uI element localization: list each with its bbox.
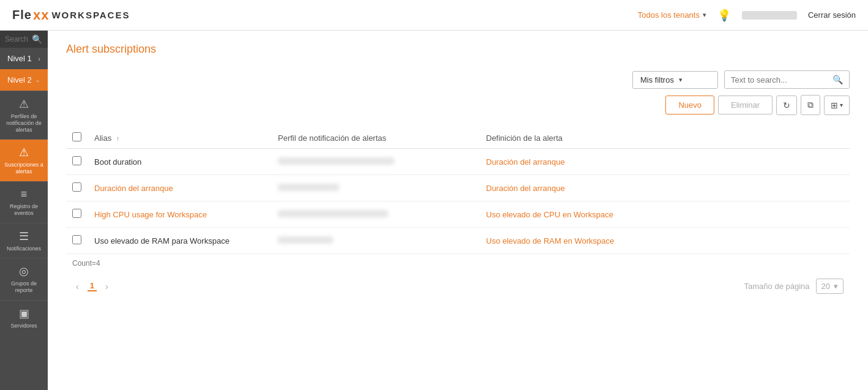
definition-link[interactable]: Duración del arranque — [486, 157, 565, 167]
export-button[interactable]: ⊞ ▾ — [824, 96, 850, 115]
page-size-label: Tamaño de página — [744, 282, 810, 291]
page-size-select[interactable]: 20 ▾ — [816, 279, 844, 294]
table-row: High CPU usage for WorkspaceUso elevado … — [66, 201, 850, 228]
definition-label: Definición de la alerta — [486, 133, 563, 143]
toolbar-buttons: Nuevo Eliminar ↻ ⧉ ⊞ ▾ — [66, 95, 850, 115]
header: FlexxWORKSPACES Todos los tenants ▾ 💡 Ce… — [0, 0, 868, 31]
row-checkbox[interactable] — [72, 182, 81, 192]
logo-fle: Fle — [12, 8, 32, 22]
alias-link[interactable]: Duración del arranque — [94, 184, 173, 193]
copy-button[interactable]: ⧉ — [801, 95, 820, 115]
definition-link[interactable]: Duración del arranque — [486, 184, 565, 193]
sidebar-item-label: Perfiles de notificación de alertas — [2, 113, 45, 133]
table-header-row: Alias ↑ Perfil de notificación de alerta… — [66, 127, 850, 149]
search-box: 🔍 — [724, 70, 850, 89]
sidebar-item-registro[interactable]: ≡ Registro de eventos — [0, 181, 48, 223]
refresh-button[interactable]: ↻ — [776, 96, 797, 115]
definition-link[interactable]: Uso elevado de CPU en Workspace — [486, 210, 613, 219]
row-checkbox[interactable] — [72, 235, 81, 244]
table-row: Duración del arranqueDuración del arranq… — [66, 175, 850, 201]
logo: FlexxWORKSPACES — [12, 7, 130, 23]
alias-link[interactable]: High CPU usage for Workspace — [94, 210, 207, 219]
profile-value — [278, 184, 339, 191]
log-icon: ≡ — [21, 188, 28, 201]
prev-page-button[interactable]: ‹ — [72, 280, 83, 293]
toolbar-top: Mis filtros ▾ 🔍 — [66, 70, 850, 89]
search-icon[interactable]: 🔍 — [832, 75, 843, 84]
sidebar-item-nivel2[interactable]: Nivel 2 ⌄ — [0, 69, 48, 91]
eliminar-button[interactable]: Eliminar — [718, 96, 773, 114]
sort-icon: ↑ — [116, 135, 120, 142]
sidebar: 🔍 Nivel 1 › Nivel 2 ⌄ ⚠ Perfiles de noti… — [0, 31, 48, 390]
sidebar-item-suscripciones[interactable]: ⚠ Suscripciones a alertas — [0, 139, 48, 181]
page-size-value: 20 — [821, 282, 830, 291]
servers-icon: ▣ — [19, 307, 29, 320]
select-all-checkbox[interactable] — [72, 132, 81, 141]
bulb-icon[interactable]: 💡 — [717, 9, 731, 22]
sidebar-item-perfiles[interactable]: ⚠ Perfiles de notificación de alertas — [0, 91, 48, 139]
profile-value — [278, 210, 388, 217]
sidebar-item-label: Registro de eventos — [2, 203, 45, 217]
page-number[interactable]: 1 — [88, 281, 97, 291]
table-row: Boot durationDuración del arranque — [66, 149, 850, 175]
alias-text: Uso elevado de RAM para Workspace — [88, 228, 272, 254]
table-header-profile: Perfil de notificación de alertas — [272, 127, 480, 149]
sidebar-item-label: Notificaciones — [7, 246, 41, 252]
alias-label: Alias — [94, 133, 111, 143]
row-checkbox[interactable] — [72, 156, 81, 165]
sidebar-item-grupos[interactable]: ◎ Grupos de reporte — [0, 258, 48, 300]
chevron-down-icon: ▾ — [679, 76, 683, 84]
copy-icon: ⧉ — [807, 100, 814, 110]
export-icon: ⊞ — [831, 100, 838, 110]
sidebar-item-label: Nivel 2 — [7, 75, 32, 84]
subscriptions-icon: ⚠ — [19, 146, 29, 159]
sidebar-item-notificaciones[interactable]: ☰ Notificaciones — [0, 223, 48, 258]
count-text: Count=4 — [66, 254, 850, 272]
search-input[interactable] — [731, 75, 829, 84]
definition-link[interactable]: Uso elevado de RAM en Workspace — [486, 236, 614, 246]
chevron-down-icon: ▾ — [840, 102, 843, 108]
notifications-icon: ☰ — [19, 230, 29, 243]
data-table: Alias ↑ Perfil de notificación de alerta… — [66, 127, 850, 254]
chevron-down-icon: ⌄ — [35, 76, 40, 84]
tenant-label: Todos los tenants — [638, 10, 700, 20]
sidebar-item-label: Servidores — [10, 323, 37, 329]
sidebar-search: 🔍 — [0, 31, 48, 48]
header-right: Todos los tenants ▾ 💡 Cerrar sesión — [638, 9, 856, 22]
refresh-icon: ↻ — [783, 100, 790, 110]
nuevo-button[interactable]: Nuevo — [665, 96, 714, 114]
groups-icon: ◎ — [19, 264, 29, 278]
logo-xx: xx — [33, 7, 49, 23]
sidebar-item-label: Grupos de reporte — [2, 280, 45, 294]
logout-link[interactable]: Cerrar sesión — [808, 10, 856, 20]
profile-label: Perfil de notificación de alertas — [278, 133, 386, 143]
pagination: ‹ 1 › Tamaño de página 20 ▾ — [66, 279, 850, 294]
sidebar-item-label: Nivel 1 — [7, 54, 32, 63]
chevron-down-icon: ▾ — [834, 282, 838, 291]
chevron-down-icon: ▾ — [703, 11, 706, 19]
layout: 🔍 Nivel 1 › Nivel 2 ⌄ ⚠ Perfiles de noti… — [0, 31, 868, 390]
search-icon[interactable]: 🔍 — [32, 34, 42, 44]
alert-profile-icon: ⚠ — [19, 97, 29, 111]
page-title: Alert subscriptions — [66, 43, 850, 56]
main-content: Alert subscriptions Mis filtros ▾ 🔍 Nuev… — [48, 31, 868, 390]
chevron-right-icon: › — [38, 55, 40, 62]
sidebar-item-nivel1[interactable]: Nivel 1 › — [0, 48, 48, 69]
alias-text: Boot duration — [88, 149, 272, 175]
profile-value — [278, 236, 333, 244]
sidebar-item-servidores[interactable]: ▣ Servidores — [0, 300, 48, 336]
table-header-definition: Definición de la alerta — [480, 127, 850, 149]
filter-label: Mis filtros — [640, 75, 674, 84]
table-body: Boot durationDuración del arranqueDuraci… — [66, 149, 850, 254]
filter-select[interactable]: Mis filtros ▾ — [632, 71, 718, 89]
logo-workspaces: WORKSPACES — [51, 10, 130, 20]
page-size-container: Tamaño de página 20 ▾ — [744, 279, 844, 294]
tenant-selector[interactable]: Todos los tenants ▾ — [638, 10, 706, 20]
search-input[interactable] — [5, 35, 28, 43]
profile-value — [278, 157, 394, 165]
row-checkbox[interactable] — [72, 209, 81, 218]
next-page-button[interactable]: › — [102, 280, 112, 293]
table-header-alias[interactable]: Alias ↑ — [88, 127, 272, 149]
avatar — [742, 11, 797, 20]
table-row: Uso elevado de RAM para WorkspaceUso ele… — [66, 228, 850, 254]
